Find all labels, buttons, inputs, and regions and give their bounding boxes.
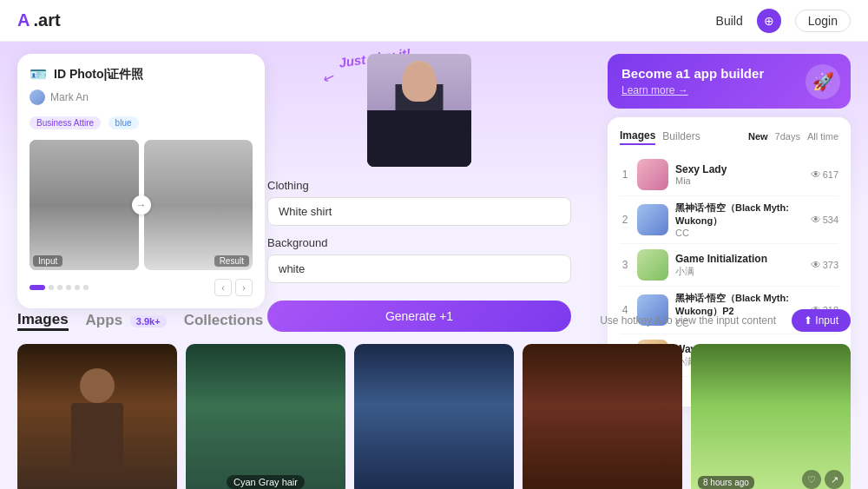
- images-grid: Cyan Gray hair 8 hours ago ♡ ↗: [17, 344, 851, 489]
- learn-more-link[interactable]: Learn more →: [621, 84, 837, 96]
- app-author-row: Mark An: [30, 89, 253, 105]
- image-card-2[interactable]: Cyan Gray hair: [186, 344, 345, 489]
- head-silhouette: [404, 61, 435, 92]
- image-card-5[interactable]: 8 hours ago ♡ ↗: [691, 344, 851, 489]
- author-avatar: [30, 89, 45, 105]
- tabs-bar: Images Apps 3.9k+ Collections Use hotkey…: [17, 302, 851, 332]
- input-button[interactable]: ⬆ Input: [792, 309, 851, 332]
- result-image: Result: [144, 140, 253, 270]
- dot-1: [30, 285, 45, 290]
- background-group: Background: [267, 236, 571, 283]
- period-7days[interactable]: 7days: [775, 131, 800, 142]
- clothing-label: Clothing: [267, 179, 571, 192]
- leaderboard-tabs: Images Builders New 7days All time: [620, 128, 838, 145]
- share-icon[interactable]: ↗: [825, 470, 844, 489]
- become-title: Become a1 app builder: [621, 66, 837, 81]
- lb-item-1[interactable]: 1 Sexy Lady Mia 👁 617: [620, 154, 838, 196]
- lb-views-2: 👁 534: [811, 214, 838, 226]
- background-input[interactable]: [267, 254, 571, 283]
- logo: A.art: [17, 10, 61, 30]
- next-arrow[interactable]: ›: [235, 279, 253, 296]
- body-1: [71, 403, 123, 472]
- figure-1: [62, 368, 132, 472]
- lb-views-3: 👁 373: [811, 259, 838, 271]
- builder-icon: 🚀: [806, 64, 840, 99]
- build-link[interactable]: Build: [716, 14, 743, 28]
- app-tags: Business Attire blue: [30, 114, 253, 135]
- tab-collections[interactable]: Collections: [184, 312, 264, 329]
- become-builder-banner: Become a1 app builder Learn more → 🚀: [608, 54, 851, 109]
- discord-icon[interactable]: ⊕: [757, 9, 781, 33]
- app-panel-header: 🪪 ID Photo|证件照: [30, 66, 253, 83]
- period-alltime[interactable]: All time: [807, 131, 838, 142]
- hotkey-hint: Use hotkey A to view the input content: [600, 314, 776, 327]
- center-preview: Clothing Background Generate +1: [267, 54, 571, 332]
- image-card-4[interactable]: [523, 344, 682, 489]
- image-label-2: Cyan Gray hair: [227, 475, 305, 489]
- bottom-section: Images Apps 3.9k+ Collections Use hotkey…: [0, 302, 868, 489]
- preview-image: [367, 54, 471, 167]
- clothing-input[interactable]: [267, 197, 571, 226]
- result-person: [144, 140, 253, 270]
- clothing-group: Clothing: [267, 179, 571, 226]
- input-label: Input: [33, 255, 62, 267]
- image-card-3[interactable]: [354, 344, 514, 489]
- body-silhouette: [367, 110, 471, 167]
- tab-apps[interactable]: Images: [620, 128, 655, 145]
- dots-navigation: ‹ ›: [30, 279, 253, 296]
- author-name: Mark An: [50, 91, 89, 103]
- tab-builders[interactable]: Builders: [662, 129, 700, 144]
- lb-info-1: Sexy Lady Mia: [675, 163, 804, 186]
- lb-avatar-1: [637, 159, 668, 190]
- lb-avatar-2: [637, 204, 668, 235]
- lb-info-2: 黑神话·悟空（Black Myth: Wukong） CC: [675, 202, 804, 238]
- apps-badge: 3.9k+: [130, 315, 167, 327]
- like-icon[interactable]: ♡: [802, 470, 821, 489]
- lb-item-3[interactable]: 3 Game Initialization 小满 👁 373: [620, 244, 838, 287]
- prev-arrow[interactable]: ‹: [214, 279, 232, 296]
- lb-item-2[interactable]: 2 黑神话·悟空（Black Myth: Wukong） CC 👁 534: [620, 196, 838, 244]
- input-image: Input: [30, 140, 139, 270]
- img-content-1: [17, 344, 177, 489]
- shirt-silhouette: [396, 84, 444, 110]
- app-panel-icon: 🪪: [30, 66, 47, 83]
- nav-arrows: ‹ ›: [214, 279, 253, 296]
- period-new[interactable]: New: [748, 131, 768, 142]
- head-1: [80, 368, 115, 403]
- header-nav: Build ⊕ Login: [716, 9, 851, 33]
- background-label: Background: [267, 236, 571, 249]
- period-selector: New 7days All time: [748, 131, 838, 142]
- tab-images[interactable]: Images: [17, 311, 69, 331]
- tag-blue: blue: [108, 116, 139, 129]
- lb-views-1: 👁 617: [811, 169, 838, 181]
- lb-info-3: Game Initialization 小满: [675, 253, 804, 278]
- logo-a: A: [17, 10, 30, 30]
- dot-4: [66, 285, 71, 290]
- image-card-1[interactable]: [17, 344, 177, 489]
- dot-3: [57, 285, 62, 290]
- lb-avatar-3: [637, 249, 668, 281]
- hotkey-area: Use hotkey A to view the input content ⬆…: [600, 309, 851, 332]
- tag-attire: Business Attire: [30, 116, 101, 129]
- tab-apps[interactable]: Apps 3.9k+: [86, 312, 167, 329]
- login-button[interactable]: Login: [795, 10, 851, 32]
- main-area: Just play it! ↙ 🪪 ID Photo|证件照 Mark An B…: [0, 42, 868, 489]
- app-panel: 🪪 ID Photo|证件照 Mark An Business Attire b…: [17, 54, 265, 308]
- arrow-separator: →: [132, 195, 151, 215]
- header: A.art Build ⊕ Login: [0, 0, 868, 42]
- app-panel-title: ID Photo|证件照: [54, 67, 143, 83]
- image-time-5: 8 hours ago: [698, 476, 754, 489]
- dot-2: [49, 285, 54, 290]
- dot-5: [75, 285, 80, 290]
- result-label: Result: [214, 255, 249, 267]
- input-person: [30, 140, 139, 270]
- app-images: Input → Result: [30, 140, 253, 270]
- dot-6: [83, 285, 89, 290]
- image-actions-5: ♡ ↗: [802, 470, 844, 489]
